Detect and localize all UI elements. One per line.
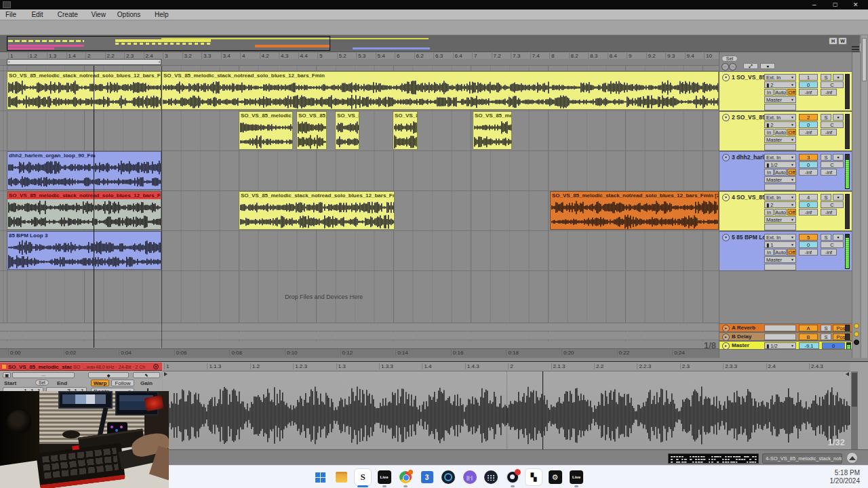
arrangement-clip[interactable]: SO_VS_85_melodic_stack_notread_solo_blue… xyxy=(473,111,512,150)
taskbar-icon-recorder-app[interactable]: ⚙ xyxy=(547,469,564,485)
output-chooser[interactable]: Master▼ xyxy=(764,256,796,263)
monitor-in-button[interactable]: In xyxy=(764,129,774,136)
monitor-in-button[interactable]: In xyxy=(764,209,774,216)
draw-tab[interactable]: ✎ xyxy=(133,372,160,378)
crossfade-view-button[interactable]: ⤢ xyxy=(743,63,758,69)
output-channel-box[interactable] xyxy=(764,144,796,150)
clip-waveform-area[interactable]: 1/32 xyxy=(163,371,850,450)
master-lane[interactable] xyxy=(0,341,719,348)
expand-clipview-button[interactable] xyxy=(846,452,858,464)
track-activator[interactable]: 3 xyxy=(799,154,818,161)
monitor-off-button[interactable]: Off xyxy=(787,169,796,176)
arrangement-overview[interactable] xyxy=(0,35,860,52)
output-chooser[interactable]: Master▼ xyxy=(764,136,796,143)
taskbar-icon-start[interactable] xyxy=(312,469,328,485)
arm-button[interactable]: ● xyxy=(833,154,844,161)
send-field[interactable]: -inf xyxy=(821,209,837,216)
clip-box-icon[interactable]: ▣ xyxy=(3,372,11,378)
input-channel-chooser[interactable]: ▮ 2▼ xyxy=(764,201,796,208)
track-activator[interactable]: 1 xyxy=(799,74,818,81)
mixer-track-row[interactable]: ▾4 SO_VS_85_Ext. In▼▮ 2▼InAutoOffMaster▼… xyxy=(719,191,852,231)
arrangement-clip[interactable]: SO_VS_85_melodic_stack_notread_solo_blue… xyxy=(7,191,161,230)
monitor-off-button[interactable]: Off xyxy=(787,249,796,256)
send-field[interactable]: -inf xyxy=(821,169,837,176)
arrangement-clip[interactable]: SO_VS_85_melodic_stack_notread_solo_blue… xyxy=(296,111,327,150)
input-type-chooser[interactable]: Ext. In▼ xyxy=(764,74,796,81)
track-fold-button[interactable]: ▸ xyxy=(722,325,730,332)
minimize-button[interactable]: – xyxy=(812,0,816,9)
loop-brace[interactable]: › ‹ xyxy=(7,59,161,65)
arrangement-clip[interactable]: SO_VS_85_melodic_stack_notread_solo_blue… xyxy=(161,71,719,110)
taskbar-icon-audio-app[interactable]: ||·| xyxy=(462,469,478,485)
master-output-chooser[interactable]: ▮ 1/2▼ xyxy=(764,342,796,349)
track-activator[interactable]: 2 xyxy=(799,114,818,121)
track-fold-button[interactable]: ▾ xyxy=(722,154,730,161)
pan-center-button[interactable]: C xyxy=(821,241,844,248)
pan-center-button[interactable]: C xyxy=(821,121,844,128)
arrangement-vscrollbar[interactable] xyxy=(861,35,867,358)
scrollbar-thumb[interactable] xyxy=(862,38,867,81)
solo-button[interactable]: S xyxy=(821,114,831,121)
pan-center-button[interactable]: C xyxy=(821,81,844,88)
clip-loop-end-icon[interactable] xyxy=(846,372,849,376)
mixer-track-row[interactable]: ▾1 SO_VS_85_Ext. In▼▮ 2▼InAutoOffMaster▼… xyxy=(719,71,852,111)
track-fold-button[interactable]: ▾ xyxy=(722,114,730,121)
menu-item-edit[interactable]: Edit xyxy=(31,11,43,19)
nav-left-button[interactable]: ← xyxy=(722,63,729,70)
arm-button[interactable]: ● xyxy=(833,114,844,121)
lock-envelopes-button[interactable]: ● xyxy=(760,63,775,69)
pan-knob[interactable]: 0 xyxy=(799,81,818,88)
output-channel-box[interactable] xyxy=(764,184,796,190)
input-channel-chooser[interactable]: ▮ 1▼ xyxy=(764,241,796,248)
send-field[interactable]: -inf xyxy=(821,249,837,256)
output-chooser[interactable]: Master▼ xyxy=(764,96,796,103)
scrollbar-thumb[interactable] xyxy=(852,373,857,407)
track-activator[interactable]: 4 xyxy=(799,194,818,201)
solo-button[interactable]: S xyxy=(821,234,831,241)
set-button[interactable]: Set xyxy=(722,56,738,62)
taskbar-icon-capcut[interactable]: ▚ xyxy=(526,469,542,485)
monitor-auto-button[interactable]: Auto xyxy=(774,209,787,216)
monitor-auto-button[interactable]: Auto xyxy=(774,129,787,136)
track-fold-button[interactable]: ▾ xyxy=(722,74,730,81)
arm-button[interactable]: ● xyxy=(833,234,844,241)
return-track-row[interactable]: ▸B DelayBSPost xyxy=(719,332,852,341)
track-name[interactable]: 3 dhh2_harle xyxy=(732,154,764,161)
input-type-chooser[interactable]: Ext. In▼ xyxy=(764,194,796,201)
output-channel-box[interactable] xyxy=(764,224,796,230)
follow-warp-button[interactable]: Follow xyxy=(111,380,134,386)
monitor-in-button[interactable]: In xyxy=(764,249,774,256)
pan-center-button[interactable]: C xyxy=(821,201,844,208)
clip-loop-start-icon[interactable] xyxy=(164,372,167,376)
monitor-off-button[interactable]: Off xyxy=(787,89,796,96)
output-channel-box[interactable] xyxy=(764,264,796,270)
master-pan-slider[interactable]: 0 xyxy=(822,342,845,349)
track-name[interactable]: 1 SO_VS_85_ xyxy=(732,74,764,81)
menu-item-view[interactable]: View xyxy=(91,11,106,19)
arm-button[interactable]: ● xyxy=(833,194,844,201)
mixer-track-row[interactable]: ▾5 85 BPM LooExt. In▼▮ 1▼InAutoOffMaster… xyxy=(719,231,852,271)
track-name[interactable]: 4 SO_VS_85_ xyxy=(732,194,764,201)
clip-sample-ruler[interactable]: 11.1.31.21.2.31.31.3.31.41.4.322.1.32.22… xyxy=(163,363,850,371)
nav-right-button[interactable]: → xyxy=(729,63,736,70)
master-name[interactable]: Master xyxy=(732,342,763,348)
input-channel-chooser[interactable]: ▮ 2▼ xyxy=(764,121,796,128)
start-set-button[interactable]: Set xyxy=(35,380,49,386)
monitor-auto-button[interactable]: Auto xyxy=(774,89,787,96)
taskbar-icon-file-explorer[interactable] xyxy=(334,469,350,485)
taskbar-icon-ableton-live[interactable]: Live xyxy=(376,469,393,485)
taskbar-icon-camera-app[interactable] xyxy=(440,469,456,485)
solo-button[interactable]: S xyxy=(821,74,831,81)
master-volume-field[interactable]: -9.1 xyxy=(799,342,819,349)
track-fold-button[interactable]: ▾ xyxy=(722,194,730,201)
mixer-toggle-icon[interactable] xyxy=(854,340,859,345)
taskbar-icon-pad-app[interactable] xyxy=(483,469,499,485)
menu-item-create[interactable]: Create xyxy=(58,11,78,19)
zoom-width-button[interactable]: W xyxy=(838,37,847,45)
arrangement-clip[interactable]: SO_VS_85_melodic_stack_notread_solo_blue… xyxy=(393,111,418,150)
sends-toggle-icon[interactable] xyxy=(854,323,859,329)
arm-button[interactable]: ● xyxy=(833,74,844,81)
overview-viewport[interactable] xyxy=(7,36,330,51)
solo-button[interactable]: S xyxy=(821,194,831,201)
volume-field[interactable]: -inf xyxy=(799,209,818,216)
